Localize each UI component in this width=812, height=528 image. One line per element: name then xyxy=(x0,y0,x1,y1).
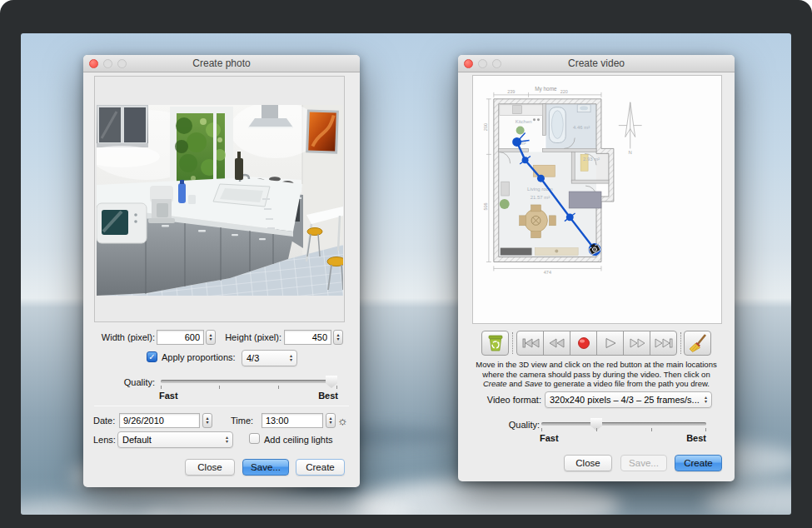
lens-dropdown[interactable]: Default ▴▾ xyxy=(117,431,233,448)
quality-slider-track[interactable] xyxy=(541,422,706,426)
width-label: Width (pixel): xyxy=(88,332,155,342)
dim-474: 474 xyxy=(544,270,551,275)
skip-start-icon xyxy=(521,337,540,349)
camera-point[interactable] xyxy=(566,213,574,221)
quality-fast-label: Fast xyxy=(540,433,559,443)
cloud xyxy=(21,500,171,515)
stepper-down-icon[interactable]: ▾ xyxy=(209,337,212,341)
time-stepper[interactable]: ▴▾ xyxy=(326,413,336,428)
camera-point[interactable] xyxy=(512,137,521,147)
trash-icon xyxy=(486,334,505,352)
date-input[interactable] xyxy=(119,413,200,428)
slider-tick xyxy=(705,428,706,431)
slider-tick xyxy=(278,386,279,389)
instructions-line3: Create and Save to generate a video file… xyxy=(473,379,720,389)
proportions-dropdown[interactable]: 4/3 ▴▾ xyxy=(242,350,297,366)
delete-path-button[interactable] xyxy=(481,331,509,356)
playback-controls xyxy=(516,331,677,356)
close-button[interactable]: Close xyxy=(185,459,235,476)
add-ceiling-lights-checkbox[interactable] xyxy=(249,433,260,444)
skip-to-start-button[interactable] xyxy=(516,331,544,356)
camera-point[interactable] xyxy=(537,175,545,182)
height-label: Height (pixel): xyxy=(218,332,281,342)
create-button[interactable]: Create xyxy=(296,459,345,476)
photo-preview-panel xyxy=(94,76,345,322)
height-stepper[interactable]: ▴▾ xyxy=(333,330,343,345)
dim-200: 200 xyxy=(483,123,488,131)
hall-area-label: 2.93 m² xyxy=(583,157,600,162)
fast-forward-button[interactable] xyxy=(623,331,650,356)
video-dialog-titlebar[interactable]: Create video xyxy=(458,55,735,72)
dim-506: 506 xyxy=(483,202,488,210)
stepper-down-icon[interactable]: ▾ xyxy=(329,421,331,425)
date-stepper[interactable]: ▴▾ xyxy=(202,413,212,428)
plan-title: My home xyxy=(535,86,557,92)
skip-to-end-button[interactable] xyxy=(650,331,677,356)
cloud xyxy=(704,483,791,515)
quality-fast-label: Fast xyxy=(159,391,178,401)
video-dialog-title: Create video xyxy=(458,55,735,72)
video-format-value: 320x240 pixels – 4/3 – 25 frames/s... xyxy=(550,395,700,405)
apply-proportions-label: Apply proportions: xyxy=(162,352,236,362)
quality-label: Quality: xyxy=(83,377,155,387)
slider-tick xyxy=(596,428,597,431)
rewind-icon xyxy=(549,337,565,349)
save-button[interactable]: Save... xyxy=(242,459,289,476)
quality-slider-track[interactable] xyxy=(161,380,337,383)
broom-icon xyxy=(689,334,707,352)
toolbar-separator xyxy=(680,332,681,354)
dropdown-arrows-icon: ▴▾ xyxy=(222,436,228,444)
rendered-photo-preview xyxy=(97,105,343,296)
camera-point[interactable] xyxy=(522,157,529,163)
clean-path-button[interactable] xyxy=(684,331,711,356)
quality-label: Quality: xyxy=(466,420,540,430)
separator xyxy=(94,406,349,406)
close-button[interactable]: Close xyxy=(564,455,612,471)
living-room-area-label: 21.57 m² xyxy=(531,195,550,200)
add-ceiling-lights-label: Add ceiling lights xyxy=(264,435,333,445)
quality-best-label: Best xyxy=(680,433,706,443)
video-format-dropdown[interactable]: 320x240 pixels – 4/3 – 25 frames/s... ▴▾ xyxy=(545,391,712,408)
apply-proportions-checkbox[interactable]: ✓ xyxy=(147,351,157,362)
instructions-create-italic: Create xyxy=(483,379,507,388)
quality-slider-thumb[interactable] xyxy=(326,376,337,388)
toolbar-separator xyxy=(512,332,513,354)
create-video-dialog: Create video xyxy=(458,55,735,481)
save-button[interactable]: Save... xyxy=(620,455,667,471)
lens-value: Default xyxy=(122,435,152,445)
slider-tick xyxy=(336,386,337,389)
lens-label: Lens: xyxy=(93,435,116,445)
rewind-button[interactable] xyxy=(543,331,570,356)
check-icon: ✓ xyxy=(148,352,155,361)
play-icon xyxy=(605,337,616,349)
quality-best-label: Best xyxy=(312,391,338,401)
slider-tick xyxy=(219,386,220,389)
sun-daylight-icon: ☼ xyxy=(337,415,348,426)
height-input[interactable] xyxy=(284,330,331,345)
date-label: Date: xyxy=(93,416,115,426)
time-input[interactable] xyxy=(262,413,323,428)
desktop-wallpaper: Create photo xyxy=(21,33,791,515)
photo-dialog-titlebar[interactable]: Create photo xyxy=(83,55,360,72)
slider-tick xyxy=(161,386,162,389)
time-label: Time: xyxy=(231,416,253,426)
skip-end-icon xyxy=(655,337,673,349)
fast-forward-icon xyxy=(629,337,645,349)
plan-preview-panel: My home Kitchen 4 m² 4.46 m² 2.93 m² Liv… xyxy=(472,75,722,324)
floor-plan-view[interactable]: My home Kitchen 4 m² 4.46 m² 2.93 m² Liv… xyxy=(473,76,721,323)
stepper-down-icon[interactable]: ▾ xyxy=(336,337,339,341)
dim-220: 220 xyxy=(560,89,568,94)
create-button[interactable]: Create xyxy=(675,455,722,471)
record-button[interactable] xyxy=(570,331,597,356)
photo-dialog-title: Create photo xyxy=(83,55,360,72)
kitchen-label: Kitchen xyxy=(516,119,532,124)
instructions-save-italic: Save xyxy=(525,379,543,388)
width-input[interactable] xyxy=(157,330,204,345)
stepper-down-icon[interactable]: ▾ xyxy=(206,421,208,425)
instructions-line2: where the camera should pass by during t… xyxy=(473,370,720,380)
width-stepper[interactable]: ▴▾ xyxy=(206,330,216,345)
create-photo-dialog: Create photo xyxy=(83,55,360,487)
video-format-label: Video format: xyxy=(463,395,541,405)
monitor-frame: Create photo xyxy=(0,0,812,528)
play-button[interactable] xyxy=(596,331,624,356)
